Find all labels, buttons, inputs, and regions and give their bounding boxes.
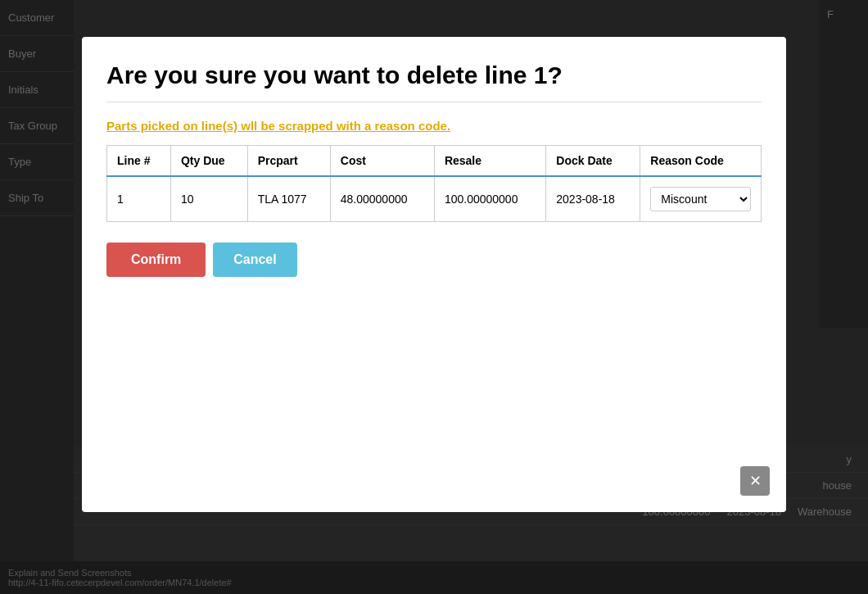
- confirm-button[interactable]: Confirm: [106, 243, 206, 277]
- table-header-row: Line # Qty Due Prcpart Cost Resale Dock …: [107, 146, 762, 177]
- cell-line-num: 1: [107, 176, 171, 222]
- table-row: 1 10 TLA 1077 48.00000000 100.00000000 2…: [107, 176, 762, 222]
- col-header-cost: Cost: [330, 146, 434, 177]
- warning-text: Parts picked on line(s) wll be scrapped …: [106, 119, 762, 133]
- close-button[interactable]: ✕: [740, 466, 770, 496]
- col-header-prcpart: Prcpart: [247, 146, 330, 177]
- col-header-qty: Qty Due: [170, 146, 247, 177]
- close-icon: ✕: [749, 472, 762, 490]
- cell-cost: 48.00000000: [330, 176, 434, 222]
- data-table: Line # Qty Due Prcpart Cost Resale Dock …: [106, 145, 762, 222]
- cell-reason-code[interactable]: Miscount Damaged Other: [640, 176, 762, 222]
- col-header-line: Line #: [107, 146, 171, 177]
- col-header-dockdate: Dock Date: [546, 146, 640, 177]
- cancel-button[interactable]: Cancel: [213, 243, 296, 277]
- modal-dialog: Are you sure you want to delete line 1? …: [82, 37, 786, 512]
- cell-dock-date: 2023-08-18: [546, 176, 640, 222]
- cell-qty-due: 10: [170, 176, 247, 222]
- modal-title: Are you sure you want to delete line 1?: [106, 61, 762, 102]
- reason-code-select[interactable]: Miscount Damaged Other: [650, 187, 751, 211]
- button-group: Confirm Cancel: [106, 243, 762, 277]
- cell-resale: 100.00000000: [434, 176, 545, 222]
- col-header-reasoncode: Reason Code: [640, 146, 762, 177]
- col-header-resale: Resale: [434, 146, 545, 177]
- cell-prcpart: TLA 1077: [247, 176, 330, 222]
